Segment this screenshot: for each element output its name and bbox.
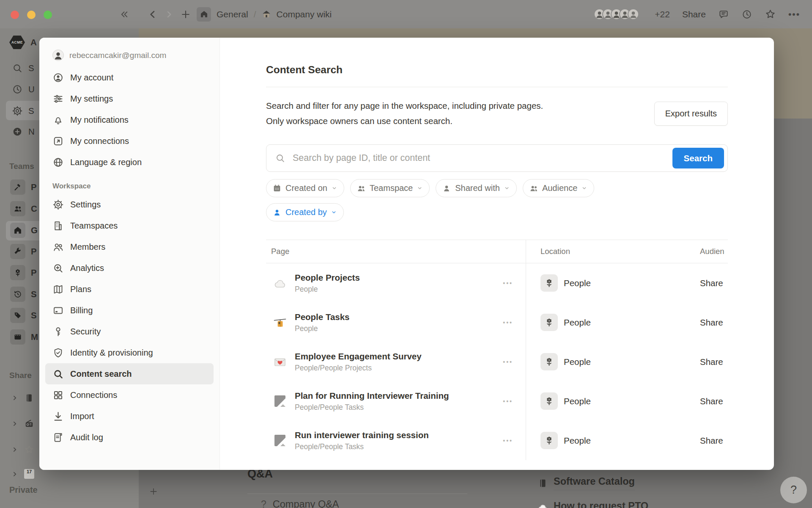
minimize-window-button[interactable] (27, 11, 36, 19)
table-row[interactable]: People Tasks People ••• People Share (266, 303, 728, 342)
book-icon (538, 478, 548, 489)
sidebar-item-new-page[interactable]: N (12, 126, 35, 137)
nav-item-import[interactable]: Import (45, 406, 214, 427)
account-email: rebeccamcakir@gmail.com (69, 51, 166, 60)
nav-item-identity-provisioning[interactable]: Identity & provisioning (45, 342, 214, 363)
nav-item-connections[interactable]: Connections (45, 384, 214, 406)
sidebar-teamspace[interactable]: S (10, 287, 37, 302)
nav-item-my-notifications[interactable]: My notifications (45, 109, 214, 130)
bell-icon (52, 114, 64, 126)
avatar (628, 8, 639, 20)
background-page-link-request-pto[interactable]: How to request PTO (538, 500, 648, 508)
table-row[interactable]: Plan for Running Interviewer Training Pe… (266, 381, 728, 421)
filter-created-by[interactable]: Created by (266, 203, 344, 221)
nav-item-content-search[interactable]: Content search (45, 363, 214, 384)
breadcrumb-section[interactable]: General (217, 9, 248, 19)
chevron-right-icon[interactable] (11, 470, 19, 478)
chevron-right-icon[interactable] (11, 394, 19, 402)
nav-item-billing[interactable]: Billing (45, 300, 214, 321)
nav-item-teamspaces[interactable]: Teamspaces (45, 215, 214, 236)
sidebar-workspace-switcher[interactable]: ACME A (9, 36, 37, 49)
sidebar-teamspace[interactable]: S (10, 308, 37, 323)
sidebar-item-search[interactable]: S (12, 63, 34, 74)
updates-clock-icon[interactable] (741, 9, 752, 20)
search-input[interactable] (266, 144, 728, 172)
home-icon (10, 223, 25, 238)
teamspace-flower-icon (540, 274, 558, 292)
sidebar-teamspace[interactable]: C (10, 201, 37, 216)
add-private-page-icon[interactable] (149, 487, 158, 496)
sidebar-shared-page[interactable] (11, 393, 34, 403)
cloud-icon (538, 502, 548, 508)
share-button[interactable]: Share (682, 9, 706, 19)
notebook-icon (24, 393, 34, 403)
row-menu-icon[interactable]: ••• (503, 437, 513, 444)
nav-item-security[interactable]: Security (45, 321, 214, 342)
sidebar-teamspace-general[interactable]: G (10, 223, 38, 238)
sidebar-shared-page[interactable] (11, 444, 34, 455)
account-row: rebeccamcakir@gmail.com (45, 50, 214, 61)
help-button[interactable]: ? (780, 477, 807, 503)
filter-shared-with[interactable]: Shared with (436, 179, 517, 197)
filter-audience[interactable]: Audience (523, 179, 594, 197)
sidebar-teamspace[interactable]: P (10, 179, 37, 195)
nav-item-analytics[interactable]: Analytics (45, 257, 214, 279)
building-icon (52, 220, 64, 232)
back-icon[interactable] (147, 9, 158, 20)
sidebar-teamspace[interactable]: P (10, 265, 37, 280)
row-menu-icon[interactable]: ••• (503, 319, 513, 326)
sidebar-teamspace[interactable]: P (10, 244, 37, 259)
credit-card-icon (52, 305, 64, 316)
zoom-window-button[interactable] (44, 11, 52, 19)
chevron-down-icon (581, 185, 587, 191)
member-avatars[interactable] (594, 8, 639, 20)
favorite-star-icon[interactable] (765, 8, 776, 20)
nav-item-plans[interactable]: Plans (45, 279, 214, 300)
row-menu-icon[interactable]: ••• (503, 280, 513, 287)
export-results-button[interactable]: Export results (654, 102, 728, 126)
row-menu-icon[interactable]: ••• (503, 398, 513, 405)
sidebar-item-updates[interactable]: U (12, 84, 35, 95)
gear-icon (12, 105, 23, 116)
close-window-button[interactable] (11, 11, 19, 19)
new-tab-icon[interactable] (180, 9, 191, 20)
teamspace-flower-icon (540, 392, 558, 410)
nav-item-my-connections[interactable]: My connections (45, 130, 214, 152)
filter-teamspace[interactable]: Teamspace (350, 179, 430, 197)
table-row[interactable]: People Projects People ••• People Share (266, 263, 728, 303)
breadcrumb-separator: / (254, 9, 256, 19)
divider (247, 494, 467, 494)
more-icon[interactable]: ••• (788, 9, 800, 19)
forward-icon[interactable] (164, 9, 175, 20)
members-overflow-count[interactable]: +22 (655, 9, 670, 19)
table-header: Page Location Audien (266, 240, 728, 263)
sidebar-shared-page[interactable] (11, 419, 34, 429)
star-icon (24, 444, 34, 455)
chevron-right-icon[interactable] (11, 420, 19, 428)
chevron-right-icon[interactable] (11, 446, 19, 453)
background-page-link-company-qa[interactable]: ? Company Q&A (261, 499, 339, 508)
collapse-sidebar-icon[interactable] (119, 9, 129, 19)
breadcrumb-page[interactable]: Company wiki (277, 9, 332, 19)
note-page-icon (274, 395, 286, 408)
love-letter-page-icon (274, 356, 286, 368)
row-menu-icon[interactable]: ••• (503, 359, 513, 365)
person-icon (442, 184, 451, 193)
hammer-icon (10, 179, 25, 195)
background-page-link-software-catalog[interactable]: Software Catalog (538, 476, 635, 490)
filter-created-on[interactable]: Created on (266, 179, 344, 197)
nav-item-my-settings[interactable]: My settings (45, 88, 214, 109)
table-row[interactable]: Run interviewer training session People/… (266, 421, 728, 460)
search-button[interactable]: Search (672, 148, 724, 168)
sidebar-item-settings[interactable]: S (12, 105, 34, 116)
nav-item-my-account[interactable]: My account (45, 67, 214, 88)
sidebar-shared-page[interactable]: 17 (11, 469, 34, 479)
nav-item-language-region[interactable]: Language & region (45, 152, 214, 173)
nav-item-members[interactable]: Members (45, 236, 214, 257)
table-row[interactable]: Employee Engagement Survey People/People… (266, 342, 728, 381)
nav-item-audit-log[interactable]: Audit log (45, 427, 214, 448)
home-breadcrumb-icon[interactable] (197, 7, 211, 22)
nav-item-settings[interactable]: Settings (45, 194, 214, 215)
sidebar-teamspace[interactable]: M (10, 329, 38, 345)
comments-icon[interactable] (718, 9, 729, 20)
